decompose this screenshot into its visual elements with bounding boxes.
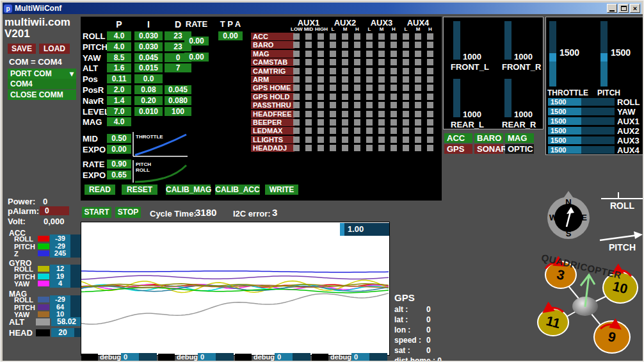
pid-d-value-level[interactable]: 100 [165, 107, 191, 116]
aux-checkbox[interactable] [390, 33, 397, 40]
aux-checkbox[interactable] [354, 68, 360, 74]
pid-p-value-roll[interactable]: 4.0 [107, 31, 131, 40]
aux-checkbox[interactable] [342, 136, 348, 143]
aux-checkbox[interactable] [415, 136, 421, 143]
aux-checkbox[interactable] [427, 68, 433, 74]
aux-checkbox[interactable] [403, 76, 409, 83]
aux-checkbox[interactable] [305, 76, 312, 83]
aux-checkbox[interactable] [354, 59, 360, 65]
mid-value[interactable]: 0.50 [107, 134, 131, 143]
aux-checkbox[interactable] [403, 119, 409, 126]
aux-checkbox[interactable] [354, 85, 360, 91]
aux-checkbox[interactable] [366, 136, 373, 143]
pid-p-value-mag[interactable]: 4.0 [107, 117, 131, 126]
aux-checkbox[interactable] [354, 102, 360, 108]
aux-checkbox[interactable] [354, 136, 360, 143]
sensor-toggle-gps[interactable]: GPS [444, 144, 472, 154]
pid-p-value-pos[interactable]: 0.11 [107, 74, 131, 83]
pid-d-value-posr[interactable]: 0.045 [165, 85, 191, 94]
aux-checkbox[interactable] [318, 42, 324, 48]
aux-checkbox[interactable] [330, 68, 336, 74]
aux-checkbox[interactable] [342, 85, 348, 91]
aux-checkbox[interactable] [415, 128, 421, 134]
tpa-value[interactable]: 0.00 [218, 31, 243, 40]
close-comm-button[interactable]: CLOSE COMM [8, 90, 76, 100]
aux-checkbox[interactable] [390, 136, 397, 143]
aux-checkbox[interactable] [366, 42, 373, 48]
read-button[interactable]: READ [85, 185, 115, 195]
port-com-dropdown[interactable]: PORT COM ▾ [8, 69, 76, 79]
aux-checkbox[interactable] [342, 94, 348, 100]
aux-checkbox[interactable] [293, 94, 300, 100]
aux-checkbox[interactable] [390, 42, 397, 48]
aux-checkbox[interactable] [415, 94, 421, 100]
aux-checkbox[interactable] [427, 128, 433, 134]
aux-checkbox[interactable] [318, 111, 324, 117]
aux-checkbox[interactable] [354, 145, 360, 151]
aux-checkbox[interactable] [366, 76, 373, 83]
aux-checkbox[interactable] [415, 111, 421, 117]
close-button[interactable]: × [630, 4, 640, 13]
aux-checkbox[interactable] [427, 59, 433, 65]
aux-checkbox[interactable] [305, 51, 312, 57]
aux-checkbox[interactable] [403, 145, 409, 151]
aux-checkbox[interactable] [330, 42, 336, 48]
aux-checkbox[interactable] [305, 145, 312, 151]
aux-checkbox[interactable] [318, 51, 324, 57]
aux-checkbox[interactable] [366, 94, 373, 100]
aux-checkbox[interactable] [318, 76, 324, 83]
aux-checkbox[interactable] [342, 119, 348, 126]
aux-checkbox[interactable] [427, 42, 433, 48]
aux-checkbox[interactable] [293, 85, 300, 91]
sensor-toggle-acc[interactable]: ACC [444, 133, 472, 143]
aux-checkbox[interactable] [427, 85, 433, 91]
pid-i-value-level[interactable]: 0.010 [134, 107, 163, 116]
aux-checkbox[interactable] [293, 102, 300, 108]
pid-p-value-level[interactable]: 7.0 [107, 107, 131, 116]
graph-scale[interactable]: 1.00 [340, 223, 389, 236]
pid-p-value-yaw[interactable]: 8.5 [107, 53, 131, 62]
aux-checkbox[interactable] [378, 59, 385, 65]
aux-checkbox[interactable] [415, 119, 421, 126]
aux-checkbox[interactable] [378, 33, 385, 40]
aux-checkbox[interactable] [330, 51, 336, 57]
aux-checkbox[interactable] [330, 119, 336, 126]
calib-mag-button[interactable]: CALIB_MAG [166, 185, 211, 195]
aux-checkbox[interactable] [330, 59, 336, 65]
pid-i-value-pitch[interactable]: 0.030 [134, 42, 163, 51]
aux-checkbox[interactable] [342, 128, 348, 134]
aux-checkbox[interactable] [293, 51, 300, 57]
save-button[interactable]: SAVE [8, 44, 36, 54]
aux-checkbox[interactable] [305, 59, 312, 65]
aux-checkbox[interactable] [427, 33, 433, 40]
aux-checkbox[interactable] [390, 59, 397, 65]
aux-checkbox[interactable] [305, 111, 312, 117]
aux-checkbox[interactable] [342, 76, 348, 83]
aux-checkbox[interactable] [366, 102, 373, 108]
sensor-toggle-optic[interactable]: OPTIC [505, 144, 534, 154]
aux-checkbox[interactable] [330, 102, 336, 108]
aux-checkbox[interactable] [305, 128, 312, 134]
port-com-selected[interactable]: COM4 [8, 79, 76, 89]
aux-checkbox[interactable] [415, 51, 421, 57]
aux-checkbox[interactable] [330, 76, 336, 83]
expo2-value[interactable]: 0.65 [107, 170, 131, 179]
aux-checkbox[interactable] [342, 42, 348, 48]
aux-checkbox[interactable] [403, 42, 409, 48]
aux-checkbox[interactable] [354, 51, 360, 57]
aux-checkbox[interactable] [390, 76, 397, 83]
aux-checkbox[interactable] [318, 102, 324, 108]
aux-checkbox[interactable] [366, 68, 373, 74]
aux-checkbox[interactable] [427, 136, 433, 143]
aux-checkbox[interactable] [390, 51, 397, 57]
aux-checkbox[interactable] [354, 76, 360, 83]
maximize-button[interactable] [618, 4, 629, 13]
aux-checkbox[interactable] [293, 33, 300, 40]
pid-d-value-navr[interactable]: 0.080 [165, 96, 191, 105]
aux-checkbox[interactable] [293, 68, 300, 74]
aux-checkbox[interactable] [330, 128, 336, 134]
aux-checkbox[interactable] [427, 111, 433, 117]
aux-checkbox[interactable] [354, 42, 360, 48]
aux-checkbox[interactable] [318, 33, 324, 40]
aux-checkbox[interactable] [330, 111, 336, 117]
